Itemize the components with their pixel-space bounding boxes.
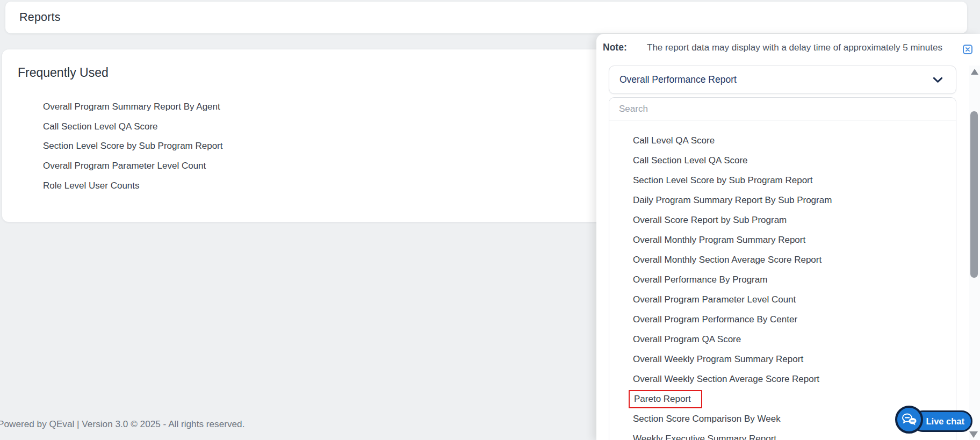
close-icon[interactable] bbox=[963, 45, 972, 54]
report-option[interactable]: Overall Program Performance By Center bbox=[609, 309, 956, 329]
header-card: Reports bbox=[5, 2, 967, 33]
note-label: Note: bbox=[603, 42, 627, 53]
frequently-used-item[interactable]: Section Level Score by Sub Program Repor… bbox=[43, 136, 223, 156]
frequently-used-list: Overall Program Summary Report By AgentC… bbox=[43, 97, 223, 196]
report-option[interactable]: Overall Monthly Program Summary Report bbox=[609, 230, 956, 250]
chevron-down-icon bbox=[933, 77, 943, 83]
chat-bubble-icon bbox=[900, 411, 918, 428]
report-option[interactable]: Overall Score Report by Sub Program bbox=[609, 210, 956, 230]
report-option[interactable]: Section Level Score by Sub Program Repor… bbox=[609, 170, 956, 190]
report-option[interactable]: Pareto Report bbox=[609, 389, 956, 409]
page-title: Reports bbox=[19, 2, 61, 33]
report-selector-dropdown[interactable]: Overall Performance Report bbox=[609, 66, 956, 94]
frequently-used-item[interactable]: Role Level User Counts bbox=[43, 176, 223, 196]
report-options-list: Call Level QA ScoreCall Section Level QA… bbox=[609, 120, 956, 440]
report-option[interactable]: Daily Program Summary Report By Sub Prog… bbox=[609, 190, 956, 210]
scrollbar-thumb[interactable] bbox=[970, 111, 978, 278]
frequently-used-item[interactable]: Overall Program Summary Report By Agent bbox=[43, 97, 223, 117]
note-message: The report data may display with a delay… bbox=[647, 42, 942, 53]
search-input[interactable] bbox=[609, 98, 956, 120]
report-option[interactable]: Overall Performance By Program bbox=[609, 270, 956, 290]
highlighted-report-option: Pareto Report bbox=[629, 390, 702, 408]
footer-text: Powered by QEval | Version 3.0 © 2025 - … bbox=[0, 419, 244, 430]
frequently-used-title: Frequently Used bbox=[18, 66, 109, 80]
live-chat-label: Live chat bbox=[926, 416, 964, 427]
report-list-box: Call Level QA ScoreCall Section Level QA… bbox=[609, 97, 956, 440]
frequently-used-item[interactable]: Overall Program Parameter Level Count bbox=[43, 156, 223, 176]
report-selector-panel: Note: The report data may display with a… bbox=[596, 34, 980, 440]
report-option[interactable]: Overall Program QA Score bbox=[609, 329, 956, 349]
report-option[interactable]: Overall Monthly Section Average Score Re… bbox=[609, 250, 956, 270]
frequently-used-item[interactable]: Call Section Level QA Score bbox=[43, 117, 223, 137]
scrollbar-down-arrow[interactable] bbox=[969, 431, 978, 438]
report-option[interactable]: Call Level QA Score bbox=[609, 131, 956, 150]
report-option[interactable]: Overall Weekly Section Average Score Rep… bbox=[609, 369, 956, 389]
report-option[interactable]: Call Section Level QA Score bbox=[609, 150, 956, 170]
selected-report-label: Overall Performance Report bbox=[619, 74, 933, 85]
report-option[interactable]: Overall Program Parameter Level Count bbox=[609, 290, 956, 309]
scrollbar-up-arrow[interactable] bbox=[971, 69, 978, 75]
live-chat-icon-button[interactable] bbox=[895, 406, 923, 434]
report-option[interactable]: Overall Weekly Program Summary Report bbox=[609, 349, 956, 369]
